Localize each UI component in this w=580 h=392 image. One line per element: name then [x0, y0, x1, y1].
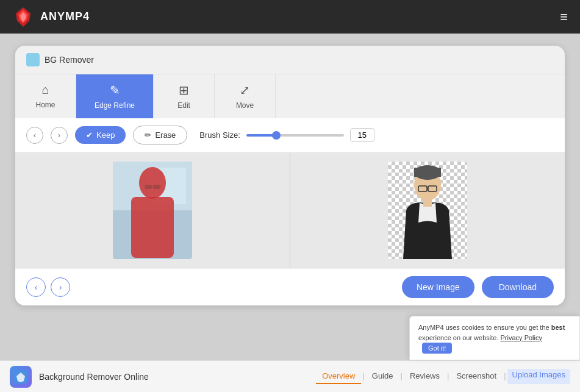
- brush-size-slider[interactable]: [246, 134, 344, 137]
- brush-size-label: Brush Size:: [199, 130, 240, 140]
- download-button[interactable]: Download: [482, 276, 554, 298]
- svg-point-6: [139, 167, 166, 199]
- toolbar: ‹ › ✔ Keep ✏ Erase Brush Size: 15: [15, 118, 565, 152]
- brush-size-value: 15: [350, 128, 374, 142]
- image-area: [15, 152, 565, 268]
- result-image: [388, 162, 467, 259]
- edge-refine-icon: ✎: [110, 83, 120, 98]
- tab-home-label: Home: [35, 101, 55, 109]
- erase-button[interactable]: ✏ Erase: [133, 126, 187, 144]
- bottom-app-icon: [14, 370, 27, 383]
- logo-text: ANYMP4: [40, 10, 90, 23]
- card-header-icon: [26, 53, 40, 66]
- undo-button[interactable]: ‹: [26, 127, 43, 144]
- card-footer: ‹ › New Image Download: [15, 268, 565, 305]
- bottom-bar: Background Remover Online Overview | Gui…: [0, 360, 580, 392]
- privacy-policy-link[interactable]: Privacy Policy: [501, 334, 542, 341]
- tab-move[interactable]: ⤢ Move: [215, 74, 276, 118]
- bottom-title: Background Remover Online: [39, 372, 316, 382]
- cookie-text-1: AnyMP4 uses cookies to ensure you get th…: [418, 324, 550, 331]
- nav-screenshot[interactable]: Screenshot: [450, 369, 503, 384]
- original-image: [113, 162, 192, 259]
- cookie-banner: AnyMP4 uses cookies to ensure you get th…: [409, 316, 580, 360]
- svg-rect-13: [414, 168, 441, 177]
- nav-upload-images[interactable]: Upload Images: [507, 369, 570, 384]
- footer-actions: New Image Download: [402, 276, 554, 298]
- brush-size-container: Brush Size: 15: [195, 128, 554, 142]
- next-button[interactable]: ›: [51, 277, 70, 297]
- tab-edge-refine[interactable]: ✎ Edge Refine: [76, 74, 154, 118]
- move-icon: ⤢: [240, 83, 250, 98]
- app-header: ANYMP4 ≡: [0, 0, 580, 34]
- card-title: BG Remover: [45, 55, 94, 65]
- nav-sep-1: |: [361, 369, 365, 384]
- original-image-panel: [15, 152, 290, 268]
- footer-nav: ‹ ›: [26, 277, 70, 297]
- tab-edge-refine-label: Edge Refine: [95, 101, 135, 110]
- logo-area: ANYMP4: [12, 6, 90, 28]
- edit-icon: ⊞: [179, 83, 189, 98]
- svg-rect-9: [153, 185, 160, 189]
- tab-home[interactable]: ⌂ Home: [15, 74, 76, 118]
- home-icon: ⌂: [41, 83, 49, 97]
- svg-rect-17: [423, 198, 432, 207]
- result-image-panel: [290, 152, 565, 268]
- logo-icon: [12, 6, 34, 28]
- new-image-button[interactable]: New Image: [402, 276, 474, 298]
- keep-button[interactable]: ✔ Keep: [75, 126, 126, 144]
- cookie-text-3: experience on our website.: [418, 334, 498, 341]
- card-header: BG Remover: [15, 46, 565, 74]
- nav-overview[interactable]: Overview: [316, 369, 361, 384]
- bottom-nav: Overview | Guide | Reviews | Screenshot …: [316, 369, 570, 384]
- result-image-svg: [388, 162, 467, 259]
- tab-bar: ⌂ Home ✎ Edge Refine ⊞ Edit ⤢ Move: [15, 74, 565, 118]
- svg-rect-7: [131, 197, 174, 258]
- keep-icon: ✔: [86, 130, 93, 140]
- prev-button[interactable]: ‹: [26, 277, 46, 297]
- bottom-icon: [10, 366, 32, 388]
- original-image-svg: [113, 162, 192, 259]
- tab-edit-label: Edit: [177, 101, 190, 110]
- tab-move-label: Move: [236, 101, 254, 110]
- cookie-text-bold: best: [551, 324, 565, 331]
- erase-icon: ✏: [145, 130, 151, 140]
- tab-edit[interactable]: ⊞ Edit: [154, 74, 215, 118]
- redo-button[interactable]: ›: [51, 127, 68, 144]
- nav-guide[interactable]: Guide: [366, 369, 399, 384]
- nav-sep-4: |: [503, 369, 507, 384]
- nav-sep-3: |: [446, 369, 450, 384]
- nav-reviews[interactable]: Reviews: [404, 369, 446, 384]
- bg-remover-card: BG Remover ⌂ Home ✎ Edge Refine ⊞ Edit ⤢…: [15, 46, 565, 305]
- got-it-button[interactable]: Got it!: [422, 343, 452, 354]
- main-area: BG Remover ⌂ Home ✎ Edge Refine ⊞ Edit ⤢…: [0, 34, 580, 360]
- svg-rect-8: [145, 185, 152, 189]
- hamburger-menu[interactable]: ≡: [560, 10, 568, 24]
- nav-sep-2: |: [399, 369, 403, 384]
